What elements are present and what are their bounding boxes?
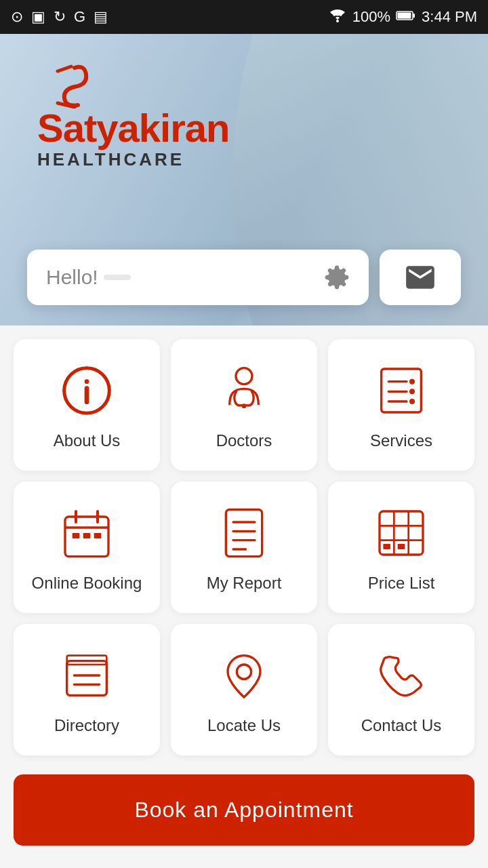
status-bar: ⊙ ▣ ↻ G ▤ 100% 3:44 PM	[0, 0, 488, 34]
hello-input-box[interactable]: Hello!	[27, 250, 369, 305]
menu-item-price-list[interactable]: Price List	[328, 481, 474, 613]
sync-icon: ↻	[54, 8, 66, 26]
menu-label-contact-us: Contact Us	[361, 716, 442, 735]
svg-rect-35	[67, 661, 107, 696]
menu-item-doctors[interactable]: Doctors	[171, 339, 317, 471]
location-icon	[217, 648, 271, 703]
menu-label-about-us: About Us	[54, 431, 121, 450]
wifi-icon	[328, 7, 347, 26]
menu-item-contact-us[interactable]: Contact Us	[328, 624, 474, 755]
svg-point-0	[336, 20, 339, 22]
menu-label-services: Services	[370, 431, 432, 450]
message-button[interactable]	[380, 250, 461, 305]
directory-icon	[60, 648, 114, 703]
book-appointment-button[interactable]: Book an Appointment	[14, 774, 474, 846]
logo-main-text: Satyakiran	[37, 108, 229, 148]
hello-text: Hello!	[46, 266, 98, 289]
status-icons: ⊙ ▣ ↻ G ▤	[11, 8, 108, 26]
svg-rect-20	[73, 533, 80, 538]
svg-point-39	[237, 665, 251, 679]
battery-text: 100%	[352, 8, 390, 26]
svg-rect-21	[83, 533, 91, 538]
report-icon	[217, 506, 271, 560]
svg-rect-3	[413, 14, 415, 18]
svg-point-13	[409, 389, 415, 394]
settings-icon[interactable]	[324, 264, 350, 290]
calendar-icon	[60, 506, 114, 560]
menu-label-locate-us: Locate Us	[207, 716, 281, 735]
status-right: 100% 3:44 PM	[328, 7, 477, 26]
logo-sub-text: HEALTHCARE	[37, 149, 184, 170]
menu-item-online-booking[interactable]: Online Booking	[14, 481, 160, 613]
battery-icon	[396, 8, 416, 26]
hero-section: Satyakiran HEALTHCARE Hello!	[0, 34, 488, 326]
menu-label-directory: Directory	[54, 716, 119, 735]
svg-rect-34	[383, 544, 390, 549]
logo-container: Satyakiran HEALTHCARE	[37, 61, 229, 170]
menu-label-doctors: Doctors	[216, 431, 272, 450]
menu-label-my-report: My Report	[207, 574, 282, 593]
hello-greeting: Hello!	[46, 266, 131, 289]
time: 3:44 PM	[422, 8, 477, 26]
svg-point-8	[242, 403, 247, 408]
menu-label-online-booking: Online Booking	[32, 574, 142, 593]
menu-item-services[interactable]: Services	[328, 339, 474, 471]
doctor-icon	[217, 363, 271, 418]
menu-item-locate-us[interactable]: Locate Us	[171, 624, 317, 755]
pricelist-icon	[374, 506, 428, 560]
menu-label-price-list: Price List	[368, 574, 435, 593]
svg-point-11	[409, 379, 415, 384]
hello-bar: Hello!	[27, 250, 461, 305]
app-icon: ▤	[94, 8, 108, 26]
menu-item-my-report[interactable]: My Report	[171, 481, 317, 613]
info-icon	[60, 363, 114, 418]
signal-icon: ⊙	[11, 8, 23, 26]
phone-icon	[374, 648, 428, 703]
logo-icon	[37, 61, 98, 108]
google-icon: G	[74, 8, 85, 26]
message-icon	[403, 260, 437, 294]
photo-icon: ▣	[31, 8, 45, 26]
svg-point-7	[236, 368, 252, 384]
menu-item-directory[interactable]: Directory	[14, 624, 160, 755]
svg-rect-33	[398, 544, 405, 549]
menu-grid: About Us Doctors Services	[0, 326, 488, 769]
user-name	[104, 275, 131, 280]
svg-point-15	[409, 399, 415, 404]
menu-item-about-us[interactable]: About Us	[14, 339, 160, 471]
svg-rect-22	[94, 533, 102, 538]
svg-rect-2	[398, 13, 411, 19]
services-icon	[374, 363, 428, 418]
